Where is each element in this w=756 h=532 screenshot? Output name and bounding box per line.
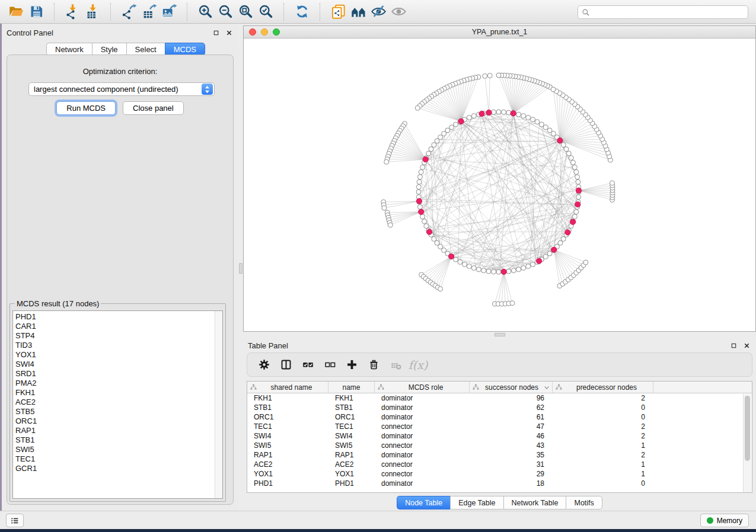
table-row[interactable]: RAP1RAP1dominator352 (247, 450, 752, 460)
mcds-node-item[interactable]: YOX1 (15, 350, 222, 360)
float-panel-icon[interactable] (729, 341, 738, 350)
float-panel-icon[interactable] (211, 28, 221, 37)
dominator-node[interactable] (557, 138, 563, 143)
table-row[interactable]: ACE2ACE2connector311 (247, 460, 752, 469)
mcds-node-item[interactable]: SRD1 (15, 369, 222, 379)
close-panel-button[interactable]: Close panel (123, 101, 184, 115)
tab-motifs[interactable]: Motifs (566, 496, 602, 509)
search-box[interactable] (578, 5, 748, 19)
table-row[interactable]: FKH1FKH1dominator962 (247, 393, 752, 403)
mcds-node-item[interactable]: ORC1 (15, 416, 222, 426)
dominator-node[interactable] (416, 198, 422, 204)
dominator-node[interactable] (575, 202, 580, 207)
table-row[interactable]: STB1STB1dominator620 (247, 403, 752, 412)
dominator-node[interactable] (537, 258, 542, 264)
dominator-node[interactable] (423, 157, 428, 162)
import-table-icon[interactable] (82, 2, 103, 21)
zoom-fit-icon[interactable] (235, 2, 256, 21)
column-header-successor-nodes[interactable]: successor nodes (470, 382, 553, 393)
splitter-grip[interactable] (239, 263, 243, 274)
hide-selected-icon[interactable] (368, 2, 388, 21)
dominator-node[interactable] (486, 110, 492, 115)
scrollbar-thumb[interactable] (745, 396, 750, 461)
mcds-node-item[interactable]: SWI5 (15, 445, 222, 454)
tab-network[interactable]: Network (46, 43, 92, 56)
clone-network-icon[interactable] (328, 2, 348, 21)
column-header-shared-name[interactable]: shared name (247, 382, 328, 393)
dominator-node[interactable] (501, 269, 506, 274)
first-neighbors-icon[interactable] (348, 2, 368, 21)
tab-mcds[interactable]: MCDS (165, 43, 205, 56)
zoom-out-icon[interactable] (215, 2, 235, 21)
dominator-node[interactable] (479, 111, 484, 116)
table-row[interactable]: SWI4SWI4dominator462 (247, 431, 752, 441)
network-titlebar[interactable]: YPA_prune.txt_1 (244, 26, 755, 39)
table-row[interactable]: SWI5SWI5connector431 (247, 441, 752, 450)
select-all-rows-icon[interactable] (299, 357, 316, 373)
table-row[interactable]: PHD1PHD1dominator180 (247, 479, 752, 488)
mcds-node-item[interactable]: STB5 (15, 407, 222, 416)
dominator-node[interactable] (511, 111, 516, 116)
mcds-node-item[interactable]: RAP1 (15, 426, 222, 435)
run-mcds-button[interactable]: Run MCDS (56, 101, 116, 115)
refresh-icon[interactable] (292, 2, 312, 21)
tab-select[interactable]: Select (126, 43, 165, 56)
export-network-icon[interactable] (119, 2, 139, 21)
export-table-icon[interactable] (139, 2, 159, 21)
table-scrollbar[interactable] (743, 394, 751, 492)
import-network-icon[interactable] (62, 2, 82, 21)
status-bar: Memory (0, 511, 756, 529)
add-column-icon[interactable] (343, 357, 360, 373)
zoom-in-icon[interactable] (195, 2, 215, 21)
column-header-predecessor-nodes[interactable]: predecessor nodes (553, 382, 653, 393)
search-input[interactable] (592, 8, 744, 17)
column-header-name[interactable]: name (328, 382, 375, 393)
dominator-node[interactable] (458, 118, 464, 124)
clear-selection-icon[interactable] (321, 357, 338, 373)
close-panel-icon[interactable] (224, 28, 234, 37)
dominator-node[interactable] (565, 230, 570, 235)
open-file-icon[interactable] (6, 2, 26, 21)
table-row[interactable]: YOX1YOX1connector291 (247, 469, 752, 479)
dominator-node[interactable] (576, 188, 581, 193)
mcds-result-list[interactable]: PHD1CAR1STP4TID3YOX1SWI4SRD1PMA2FKH1ACE2… (12, 310, 223, 499)
dominator-node[interactable] (427, 229, 432, 235)
dominator-node[interactable] (419, 209, 424, 214)
mcds-node-item[interactable]: PMA2 (15, 379, 222, 388)
mcds-node-item[interactable]: PHD1 (15, 312, 222, 322)
mcds-node-item[interactable]: SWI4 (15, 360, 222, 369)
table-row[interactable]: ORC1ORC1dominator610 (247, 412, 752, 422)
criterion-dropdown[interactable]: largest connected component (undirected) (28, 82, 215, 96)
mcds-node-item[interactable]: ACE2 (15, 398, 222, 407)
mcds-list-scrollbar[interactable] (215, 311, 222, 498)
vertical-splitter[interactable] (238, 24, 243, 511)
table-options-gear-icon[interactable] (256, 357, 272, 373)
tab-node-table[interactable]: Node Table (397, 496, 450, 509)
zoom-selected-icon[interactable] (256, 2, 276, 21)
mcds-node-item[interactable]: FKH1 (15, 388, 222, 398)
export-image-icon[interactable] (159, 2, 179, 21)
horizontal-splitter[interactable] (243, 332, 756, 337)
tab-edge-table[interactable]: Edge Table (450, 496, 503, 509)
mcds-node-item[interactable]: TID3 (15, 341, 222, 350)
delete-column-icon[interactable] (365, 357, 382, 373)
column-header-MCDS-role[interactable]: MCDS role (375, 382, 470, 393)
task-history-button[interactable] (6, 514, 24, 527)
save-session-icon[interactable] (26, 2, 46, 21)
mcds-node-item[interactable]: STB1 (15, 435, 222, 445)
dominator-node[interactable] (551, 247, 557, 252)
close-panel-icon[interactable] (742, 341, 751, 350)
show-columns-icon[interactable] (277, 357, 294, 373)
tab-style[interactable]: Style (92, 43, 126, 56)
mcds-node-item[interactable]: STP4 (15, 331, 222, 341)
mcds-node-item[interactable]: GCR1 (15, 464, 222, 473)
mcds-node-item[interactable]: CAR1 (15, 322, 222, 331)
network-canvas[interactable] (244, 39, 755, 331)
tab-network-table[interactable]: Network Table (503, 496, 566, 509)
dominator-node[interactable] (570, 219, 576, 225)
table-row[interactable]: TEC1TEC1connector472 (247, 422, 752, 431)
memory-button[interactable]: Memory (700, 514, 749, 527)
mcds-node-item[interactable]: TEC1 (15, 454, 222, 464)
dominator-node[interactable] (449, 254, 454, 259)
splitter-grip[interactable] (495, 333, 505, 336)
